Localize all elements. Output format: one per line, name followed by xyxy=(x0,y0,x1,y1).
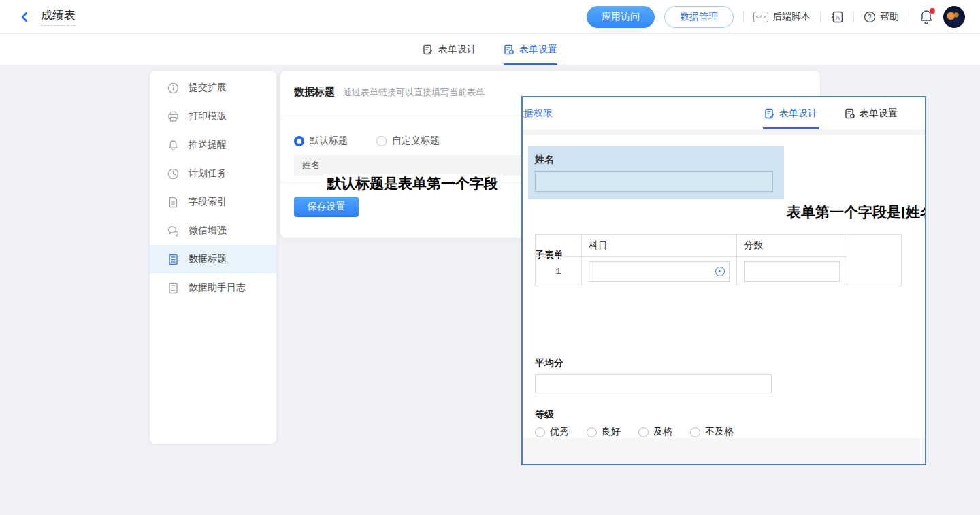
radio-label: 默认标题 xyxy=(310,135,348,147)
radio-label: 自定义标题 xyxy=(392,135,440,147)
sidebar-item-field-index[interactable]: 字段索引 xyxy=(150,188,276,216)
sidebar-item-label: 推送提醒 xyxy=(189,139,227,151)
overlay-tab-form-settings[interactable]: 表单设置 xyxy=(845,97,898,129)
sidebar-item-data-assistant-log[interactable]: 数据助手日志 xyxy=(150,273,276,302)
subject-cell xyxy=(582,257,737,286)
sidebar-item-label: 提交扩展 xyxy=(189,82,227,94)
score-cell xyxy=(737,257,847,286)
tab-label: 表单设置 xyxy=(519,44,557,56)
subform-col-extra xyxy=(847,235,902,286)
question-circle-icon: ? xyxy=(864,11,876,23)
grade-option-fail[interactable]: 不及格 xyxy=(690,426,734,438)
grade-label: 等级 xyxy=(535,409,554,421)
sidebar-item-scheduled-task[interactable]: 计划任务 xyxy=(150,159,276,188)
sidebar-item-label: 微信增强 xyxy=(189,225,227,237)
sidebar-item-label: 数据助手日志 xyxy=(189,282,246,294)
subform-col-subject: 科目 xyxy=(582,235,737,257)
overlay-tabs: 表单设计 表单设置 xyxy=(764,97,925,129)
sidebar-item-data-title[interactable]: 数据标题 xyxy=(150,245,276,273)
page-title[interactable]: 成绩表 xyxy=(41,8,76,26)
back-button[interactable] xyxy=(18,10,33,24)
chevron-left-icon xyxy=(20,12,31,22)
active-tab-underline xyxy=(763,127,819,129)
divider xyxy=(820,12,821,22)
log-icon xyxy=(167,282,179,294)
grade-option-label: 优秀 xyxy=(550,426,569,438)
overlay-footer xyxy=(523,438,925,464)
overlay-tab-form-design[interactable]: 表单设计 xyxy=(764,97,817,129)
title-mode-radios: 默认标题 自定义标题 xyxy=(294,135,440,147)
sidebar-item-push-reminder[interactable]: 推送提醒 xyxy=(150,131,276,159)
sidebar-item-print-template[interactable]: 打印模版 xyxy=(150,102,276,131)
subform-header-row: 科目 分数 xyxy=(536,235,902,257)
grade-option-excellent[interactable]: 优秀 xyxy=(535,426,569,438)
grade-options: 优秀 良好 及格 不及格 xyxy=(535,426,734,438)
grade-option-label: 不及格 xyxy=(705,426,734,438)
sidebar-item-label: 数据标题 xyxy=(189,253,227,265)
data-title-icon xyxy=(167,254,179,265)
radio-selected-icon xyxy=(294,136,304,146)
info-circle-icon xyxy=(167,82,179,94)
subform-data-row: 1 xyxy=(536,257,902,286)
radio-custom-title[interactable]: 自定义标题 xyxy=(376,135,440,147)
radio-unselected-icon xyxy=(535,427,545,437)
annotation-default-title: 默认标题是表单第一个字段 xyxy=(323,174,502,193)
code-icon: </> xyxy=(753,12,768,22)
form-tabs: 表单设计 表单设置 xyxy=(0,34,980,65)
name-field-input[interactable] xyxy=(535,171,773,192)
tab-label: 表单设置 xyxy=(860,107,898,120)
backend-script-button[interactable]: </> 后端脚本 xyxy=(753,11,811,23)
data-manage-button[interactable]: 数据管理 xyxy=(664,6,734,28)
glossary-icon: A xyxy=(830,10,844,24)
subform-table: 科目 分数 1 xyxy=(535,234,902,286)
tab-label: 表单设计 xyxy=(779,107,817,120)
score-input[interactable] xyxy=(744,261,840,282)
grade-option-good[interactable]: 良好 xyxy=(587,426,621,438)
form-preview-body: 姓名 表单第一个字段是[姓名] 子表单 科目 分数 1 xyxy=(523,135,925,438)
tab-form-design[interactable]: 表单设计 xyxy=(423,34,476,65)
page: 成绩表 应用访问 数据管理 </> 后端脚本 A ? 帮助 xyxy=(0,0,980,515)
settings-sidebar: 提交扩展 打印模版 推送提醒 计划任务 字段索引 微信增强 数据标题 数据助手 xyxy=(150,71,276,444)
document-icon xyxy=(167,197,179,208)
average-input[interactable] xyxy=(535,374,772,393)
help-button[interactable]: ? 帮助 xyxy=(864,11,899,23)
printer-icon xyxy=(167,111,179,122)
panel-title: 数据标题 xyxy=(294,86,335,99)
form-design-icon xyxy=(764,108,775,119)
panel-subtitle: 通过表单链接可以直接填写当前表单 xyxy=(343,86,485,99)
sidebar-item-wechat-enhance[interactable]: 微信增强 xyxy=(150,216,276,245)
divider xyxy=(743,12,744,22)
form-design-icon xyxy=(423,44,434,55)
sidebar-item-label: 字段索引 xyxy=(189,196,227,208)
subform-col-index xyxy=(536,235,582,257)
radio-default-title[interactable]: 默认标题 xyxy=(294,135,348,147)
tab-label: 表单设计 xyxy=(438,44,476,56)
save-settings-button[interactable]: 保存设置 xyxy=(294,197,359,217)
overlay-nav-data-permission[interactable]: 数据权限 xyxy=(521,107,553,120)
form-preview-overlay: 数据权限 表单设计 表单设置 xyxy=(521,96,926,465)
notifications-button[interactable] xyxy=(919,9,934,25)
top-bar-actions: 应用访问 数据管理 </> 后端脚本 A ? 帮助 xyxy=(587,6,980,28)
tab-form-settings[interactable]: 表单设置 xyxy=(504,34,557,65)
radio-unselected-icon xyxy=(690,427,700,437)
sidebar-item-submit-extension[interactable]: 提交扩展 xyxy=(150,73,276,102)
notification-dot xyxy=(930,8,935,14)
svg-text:A: A xyxy=(836,14,840,21)
radio-unselected-icon xyxy=(376,136,387,146)
sidebar-item-label: 打印模版 xyxy=(189,110,227,122)
divider xyxy=(909,12,909,22)
clock-icon xyxy=(167,168,179,180)
grade-option-label: 良好 xyxy=(602,426,621,438)
overlay-header: 数据权限 表单设计 表单设置 xyxy=(523,97,925,129)
glossary-button[interactable]: A xyxy=(830,10,844,24)
subject-input[interactable] xyxy=(589,261,730,282)
bell-icon xyxy=(167,139,179,151)
top-bar: 成绩表 应用访问 数据管理 </> 后端脚本 A ? 帮助 xyxy=(0,0,980,34)
subform-col-score: 分数 xyxy=(737,235,847,257)
app-access-button[interactable]: 应用访问 xyxy=(587,6,655,28)
radio-unselected-icon xyxy=(587,427,597,437)
avatar[interactable] xyxy=(943,6,965,28)
select-target-icon[interactable] xyxy=(715,267,725,276)
form-settings-icon xyxy=(504,44,514,55)
grade-option-pass[interactable]: 及格 xyxy=(638,426,672,438)
